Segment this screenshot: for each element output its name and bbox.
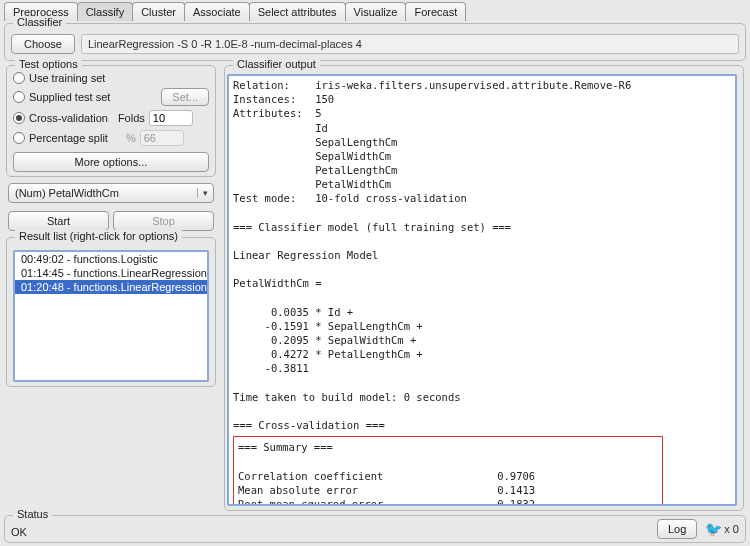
tab-cluster[interactable]: Cluster xyxy=(132,2,185,21)
tab-visualize[interactable]: Visualize xyxy=(345,2,407,21)
classifier-panel: Classifier Choose LinearRegression -S 0 … xyxy=(4,23,746,61)
classifier-output-text[interactable]: Relation: iris-weka.filters.unsupervised… xyxy=(227,74,737,506)
folds-label: Folds xyxy=(118,112,145,124)
status-title: Status xyxy=(13,508,52,520)
list-item[interactable]: 01:20:48 - functions.LinearRegression xyxy=(15,280,207,294)
result-list[interactable]: 00:49:02 - functions.Logistic 01:14:45 -… xyxy=(13,250,209,382)
classifier-output-panel: Classifier output Relation: iris-weka.fi… xyxy=(224,65,744,511)
radio-percentage-split[interactable] xyxy=(13,132,25,144)
chevron-down-icon: ▾ xyxy=(197,188,213,198)
label-use-training: Use training set xyxy=(29,72,209,84)
set-button[interactable]: Set... xyxy=(161,88,209,106)
label-supplied-test: Supplied test set xyxy=(29,91,157,103)
summary-highlight: === Summary === Correlation coefficient … xyxy=(233,436,663,506)
radio-supplied-test[interactable] xyxy=(13,91,25,103)
label-percentage-split: Percentage split xyxy=(29,132,108,144)
pct-label: % xyxy=(126,132,136,144)
folds-input[interactable] xyxy=(149,110,193,126)
list-item[interactable]: 00:49:02 - functions.Logistic xyxy=(15,252,207,266)
stop-button: Stop xyxy=(113,211,214,231)
more-options-button[interactable]: More options... xyxy=(13,152,209,172)
class-attribute-value: (Num) PetalWidthCm xyxy=(9,184,197,202)
class-attribute-dropdown[interactable]: (Num) PetalWidthCm ▾ xyxy=(8,183,214,203)
test-options-panel: Test options Use training set Supplied t… xyxy=(6,65,216,177)
result-list-panel: Result list (right-click for options) 00… xyxy=(6,237,216,387)
label-cross-validation: Cross-validation xyxy=(29,112,108,124)
tab-select-attributes[interactable]: Select attributes xyxy=(249,2,346,21)
tab-bar: Preprocess Classify Cluster Associate Se… xyxy=(0,0,750,21)
classifier-title: Classifier xyxy=(13,16,66,28)
log-button[interactable]: Log xyxy=(657,519,697,539)
pct-input xyxy=(140,130,184,146)
classifier-output-title: Classifier output xyxy=(233,58,320,70)
result-list-title: Result list (right-click for options) xyxy=(15,230,182,242)
weka-bird-icon: 🐦 xyxy=(705,521,722,537)
output-summary: === Summary === Correlation coefficient … xyxy=(238,440,658,506)
start-button[interactable]: Start xyxy=(8,211,109,231)
output-header: Relation: iris-weka.filters.unsupervised… xyxy=(233,78,731,432)
radio-cross-validation[interactable] xyxy=(13,112,25,124)
tab-associate[interactable]: Associate xyxy=(184,2,250,21)
list-item[interactable]: 01:14:45 - functions.LinearRegression xyxy=(15,266,207,280)
status-text: OK xyxy=(11,520,657,538)
test-options-title: Test options xyxy=(15,58,82,70)
tab-classify[interactable]: Classify xyxy=(77,2,134,21)
classifier-command[interactable]: LinearRegression -S 0 -R 1.0E-8 -num-dec… xyxy=(81,34,739,54)
status-bar: Status OK Log 🐦 x 0 xyxy=(4,515,746,543)
tab-forecast[interactable]: Forecast xyxy=(405,2,466,21)
radio-use-training[interactable] xyxy=(13,72,25,84)
task-count: x 0 xyxy=(724,523,739,535)
choose-button[interactable]: Choose xyxy=(11,34,75,54)
